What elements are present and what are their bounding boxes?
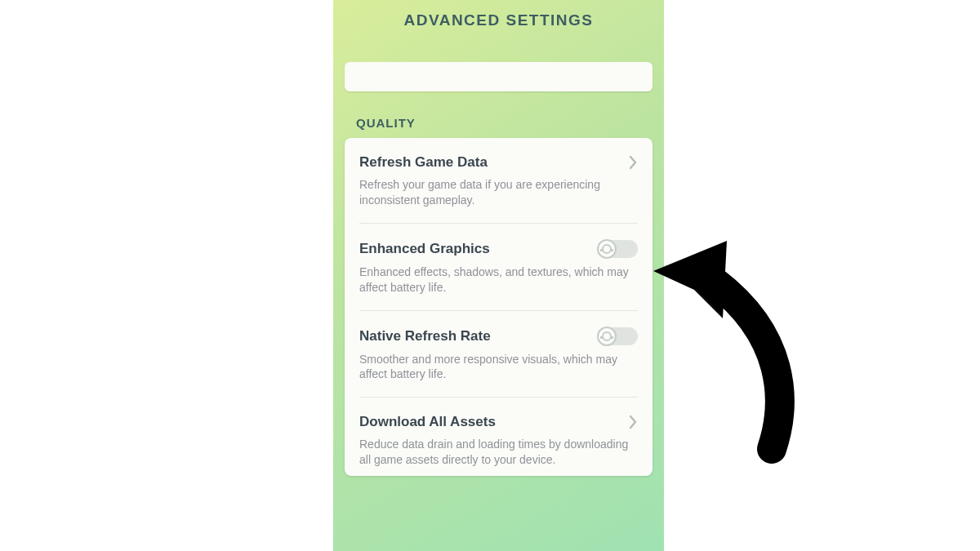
setting-title: Native Refresh Rate [359, 328, 491, 344]
toggle-enhanced-graphics[interactable] [599, 240, 638, 258]
quality-card: Refresh Game Data Refresh your game data… [345, 138, 653, 476]
page-title: ADVANCED SETTINGS [333, 0, 664, 29]
setting-row-native-refresh-rate: Native Refresh Rate Smoother and more re… [359, 311, 638, 398]
settings-panel: ADVANCED SETTINGS QUALITY Refresh Game D… [333, 0, 664, 551]
setting-description: Smoother and more responsive visuals, wh… [359, 352, 638, 383]
setting-row-enhanced-graphics: Enhanced Graphics Enhanced effects, shad… [359, 224, 638, 311]
arrow-annotation-icon [645, 237, 808, 465]
setting-title: Download All Assets [359, 414, 496, 430]
empty-card [345, 62, 653, 91]
pokeball-icon [597, 239, 617, 259]
pokeball-icon [597, 327, 617, 346]
setting-row-refresh-game-data[interactable]: Refresh Game Data Refresh your game data… [359, 138, 638, 224]
setting-row-download-all-assets[interactable]: Download All Assets Reduce data drain an… [359, 398, 638, 476]
chevron-right-icon [628, 155, 638, 170]
chevron-right-icon [628, 415, 638, 429]
setting-title: Refresh Game Data [359, 154, 488, 171]
setting-title: Enhanced Graphics [359, 241, 490, 257]
setting-description: Enhanced effects, shadows, and textures,… [359, 264, 638, 295]
toggle-native-refresh-rate[interactable] [599, 327, 638, 345]
setting-description: Refresh your game data if you are experi… [359, 177, 638, 208]
section-label-quality: QUALITY [356, 116, 664, 130]
setting-description: Reduce data drain and loading times by d… [359, 437, 638, 468]
